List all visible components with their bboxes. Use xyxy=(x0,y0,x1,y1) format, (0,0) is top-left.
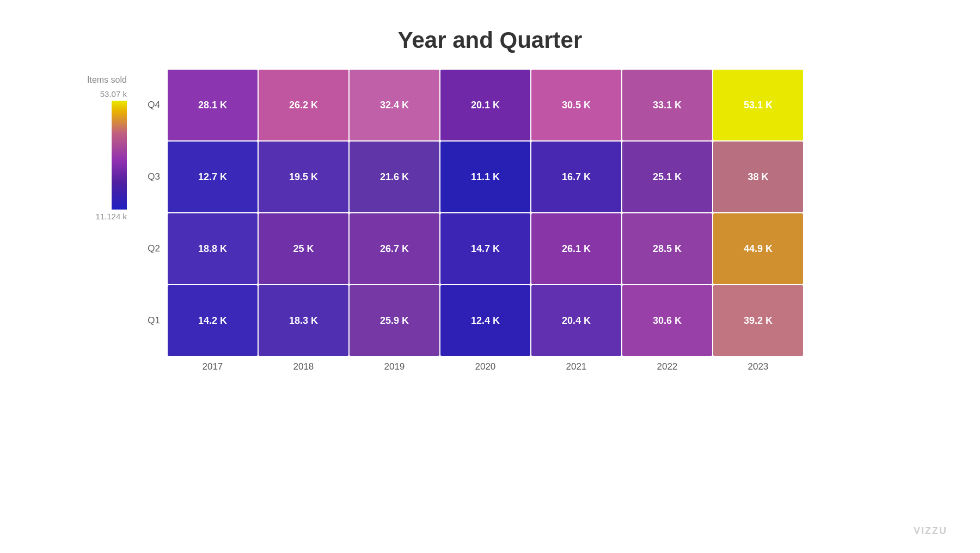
cell-q3-2021[interactable]: 16.7 K xyxy=(531,142,621,212)
cell-q4-2017[interactable]: 28.1 K xyxy=(168,70,258,140)
legend: Items sold 53.07 k 11.124 k xyxy=(87,70,127,221)
cell-q2-2017[interactable]: 18.8 K xyxy=(168,213,258,284)
col-label-2019: 2019 xyxy=(350,361,439,372)
cell-q1-2019[interactable]: 25.9 K xyxy=(350,285,439,356)
legend-max: 53.07 k xyxy=(100,89,127,99)
cell-value: 21.6 K xyxy=(380,171,409,183)
cell-value: 28.1 K xyxy=(198,100,227,111)
legend-gradient xyxy=(112,101,127,210)
cell-q3-2023[interactable]: 38 K xyxy=(713,142,803,212)
grid-row-q3: Q312.7 K19.5 K21.6 K11.1 K16.7 K25.1 K38… xyxy=(138,142,804,212)
cell-q4-2018[interactable]: 26.2 K xyxy=(259,70,348,140)
cell-value: 19.5 K xyxy=(289,171,318,183)
grid-row-q2: Q218.8 K25 K26.7 K14.7 K26.1 K28.5 K44.9… xyxy=(138,213,804,284)
cell-value: 12.7 K xyxy=(198,171,227,183)
cell-value: 18.3 K xyxy=(289,315,318,327)
cell-value: 39.2 K xyxy=(744,315,773,327)
col-label-2020: 2020 xyxy=(440,361,530,372)
cell-value: 12.4 K xyxy=(471,315,500,327)
cell-q3-2020[interactable]: 11.1 K xyxy=(440,142,530,212)
column-labels: 2017201820192020202120222023 xyxy=(168,361,804,372)
col-label-2018: 2018 xyxy=(259,361,348,372)
cell-value: 26.1 K xyxy=(562,243,591,255)
cell-value: 14.7 K xyxy=(471,243,500,255)
cell-q2-2019[interactable]: 26.7 K xyxy=(350,213,439,284)
legend-min: 11.124 k xyxy=(95,212,127,221)
row-label-q4: Q4 xyxy=(138,100,168,110)
cell-q3-2019[interactable]: 21.6 K xyxy=(350,142,439,212)
cell-value: 53.1 K xyxy=(744,100,773,111)
cell-value: 32.4 K xyxy=(380,100,409,111)
cell-value: 25.9 K xyxy=(380,315,409,327)
legend-title: Items sold xyxy=(87,75,127,85)
grid-rows: Q428.1 K26.2 K32.4 K20.1 K30.5 K33.1 K53… xyxy=(138,70,804,357)
vizzu-logo: VIZZU xyxy=(914,525,947,537)
grid-row-q1: Q114.2 K18.3 K25.9 K12.4 K20.4 K30.6 K39… xyxy=(138,285,804,356)
cell-q2-2023[interactable]: 44.9 K xyxy=(713,213,803,284)
cell-q4-2023[interactable]: 53.1 K xyxy=(713,70,803,140)
cell-q1-2020[interactable]: 12.4 K xyxy=(440,285,530,356)
col-label-2021: 2021 xyxy=(531,361,621,372)
row-label-q3: Q3 xyxy=(138,171,168,182)
cell-q2-2022[interactable]: 28.5 K xyxy=(622,213,712,284)
cell-value: 20.1 K xyxy=(471,100,500,111)
cell-value: 14.2 K xyxy=(198,315,227,327)
cell-value: 44.9 K xyxy=(744,243,773,255)
row-label-q1: Q1 xyxy=(138,315,168,326)
cell-value: 38 K xyxy=(748,171,768,183)
cell-value: 20.4 K xyxy=(562,315,591,327)
cell-q3-2017[interactable]: 12.7 K xyxy=(168,142,258,212)
cell-q3-2018[interactable]: 19.5 K xyxy=(259,142,348,212)
cell-q1-2018[interactable]: 18.3 K xyxy=(259,285,348,356)
cell-value: 26.7 K xyxy=(380,243,409,255)
col-label-2022: 2022 xyxy=(622,361,712,372)
cell-q2-2020[interactable]: 14.7 K xyxy=(440,213,530,284)
grid-row-q4: Q428.1 K26.2 K32.4 K20.1 K30.5 K33.1 K53… xyxy=(138,70,804,140)
heatmap-grid: Q428.1 K26.2 K32.4 K20.1 K30.5 K33.1 K53… xyxy=(138,70,804,372)
cell-q4-2021[interactable]: 30.5 K xyxy=(531,70,621,140)
cell-q1-2017[interactable]: 14.2 K xyxy=(168,285,258,356)
cell-q2-2021[interactable]: 26.1 K xyxy=(531,213,621,284)
cell-q2-2018[interactable]: 25 K xyxy=(259,213,348,284)
cell-q4-2022[interactable]: 33.1 K xyxy=(622,70,712,140)
cell-value: 16.7 K xyxy=(562,171,591,183)
row-label-q2: Q2 xyxy=(138,243,168,254)
col-label-2017: 2017 xyxy=(168,361,258,372)
cell-q4-2020[interactable]: 20.1 K xyxy=(440,70,530,140)
cell-value: 30.5 K xyxy=(562,100,591,111)
cell-q4-2019[interactable]: 32.4 K xyxy=(350,70,439,140)
cell-value: 25.1 K xyxy=(653,171,682,183)
cell-value: 30.6 K xyxy=(653,315,682,327)
cell-q1-2021[interactable]: 20.4 K xyxy=(531,285,621,356)
col-label-2023: 2023 xyxy=(713,361,803,372)
chart-title: Year and Quarter xyxy=(0,0,980,64)
cell-value: 28.5 K xyxy=(653,243,682,255)
cell-value: 33.1 K xyxy=(653,100,682,111)
cell-q1-2023[interactable]: 39.2 K xyxy=(713,285,803,356)
cell-value: 25 K xyxy=(293,243,314,255)
cell-q1-2022[interactable]: 30.6 K xyxy=(622,285,712,356)
cell-value: 11.1 K xyxy=(471,171,500,183)
cell-value: 26.2 K xyxy=(289,100,318,111)
cell-q3-2022[interactable]: 25.1 K xyxy=(622,142,712,212)
cell-value: 18.8 K xyxy=(198,243,227,255)
